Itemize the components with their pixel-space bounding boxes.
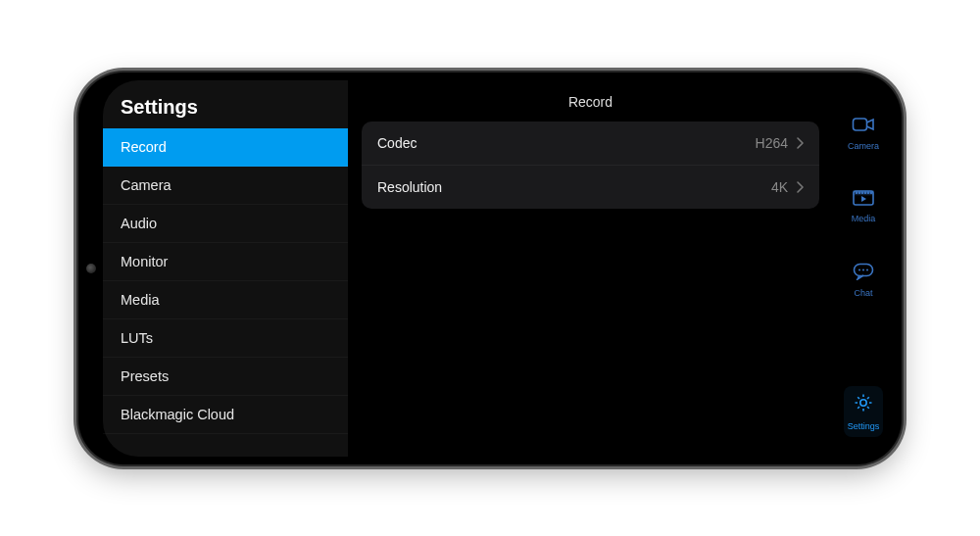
svg-point-13 xyxy=(860,399,866,405)
svg-rect-0 xyxy=(853,119,866,130)
front-camera-dot xyxy=(86,264,96,273)
svg-point-12 xyxy=(866,268,868,270)
screen: Settings Record Camera Audio Monitor Med… xyxy=(86,80,894,457)
chevron-right-icon xyxy=(796,181,804,193)
screen-inner: Settings Record Camera Audio Monitor Med… xyxy=(86,80,894,457)
row-value: H264 xyxy=(756,135,788,151)
row-label: Resolution xyxy=(377,179,442,195)
row-codec[interactable]: Codec H264 xyxy=(362,122,819,165)
row-label: Codec xyxy=(377,135,416,151)
svg-point-4 xyxy=(858,192,859,193)
settings-sidebar: Settings Record Camera Audio Monitor Med… xyxy=(103,80,348,457)
chevron-right-icon xyxy=(796,137,804,149)
media-icon xyxy=(853,190,874,210)
chat-icon xyxy=(853,263,874,284)
svg-point-10 xyxy=(858,268,860,270)
sidebar-item-presets[interactable]: Presets xyxy=(103,358,348,396)
sidebar-item-camera[interactable]: Camera xyxy=(103,167,348,205)
sidebar-item-media[interactable]: Media xyxy=(103,281,348,319)
phone-frame: Settings Record Camera Audio Monitor Med… xyxy=(78,73,902,464)
row-value-wrap: H264 xyxy=(756,135,804,151)
sidebar-item-record[interactable]: Record xyxy=(103,128,348,167)
row-resolution[interactable]: Resolution 4K xyxy=(362,165,819,209)
nav-settings[interactable]: Settings xyxy=(844,386,884,437)
svg-point-11 xyxy=(862,268,864,270)
nav-camera[interactable]: Camera xyxy=(848,116,879,151)
nav-label: Media xyxy=(852,214,876,223)
camera-icon xyxy=(852,116,875,137)
settings-group-record: Codec H264 Resolution 4K xyxy=(362,122,819,209)
nav-chat[interactable]: Chat xyxy=(853,263,874,298)
content-pane: Record Codec H264 Resolution xyxy=(348,80,833,457)
row-value: 4K xyxy=(771,179,788,195)
svg-point-3 xyxy=(856,192,857,193)
sidebar-item-luts[interactable]: LUTs xyxy=(103,319,348,358)
nav-label: Camera xyxy=(848,141,879,151)
svg-point-8 xyxy=(870,192,871,193)
sidebar-item-blackmagic-cloud[interactable]: Blackmagic Cloud xyxy=(103,396,348,434)
nav-media[interactable]: Media xyxy=(852,190,876,223)
sidebar-title: Settings xyxy=(103,80,348,128)
sidebar-item-audio[interactable]: Audio xyxy=(103,205,348,243)
right-nav: Camera Media xyxy=(833,80,894,457)
nav-label: Chat xyxy=(854,288,872,298)
content-title: Record xyxy=(362,80,819,122)
row-value-wrap: 4K xyxy=(771,179,804,195)
svg-point-7 xyxy=(867,192,868,193)
nav-label: Settings xyxy=(848,421,880,431)
sidebar-item-monitor[interactable]: Monitor xyxy=(103,243,348,281)
svg-point-6 xyxy=(864,192,865,193)
svg-point-5 xyxy=(861,192,862,193)
gear-icon xyxy=(853,392,874,417)
